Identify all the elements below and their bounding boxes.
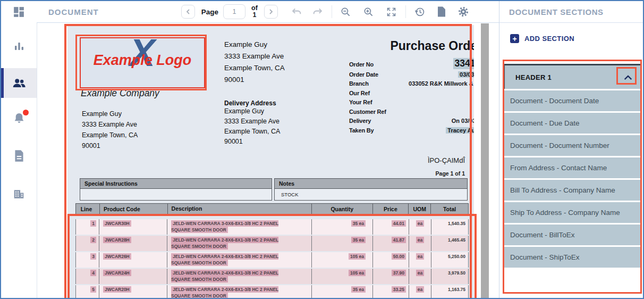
purchase-order-title: Purchase Order bbox=[280, 39, 474, 53]
organization-building-icon[interactable] bbox=[1, 187, 37, 201]
field-your-ref: Your Ref bbox=[349, 99, 474, 106]
history-icon[interactable] bbox=[413, 5, 427, 19]
fullscreen-icon[interactable] bbox=[385, 5, 399, 19]
notification-dot bbox=[23, 110, 29, 115]
section-item[interactable]: Document - BillToEx bbox=[503, 225, 641, 245]
section-item[interactable]: Document - Document Number bbox=[503, 135, 641, 156]
table-row: 2 JWCAR28H JELD-WEN CARRARA 2-8X6-8X1-3/… bbox=[75, 236, 469, 251]
table-body: 1 JWCAR30H JELD-WEN CARRARA 3-0X6-8X1-3/… bbox=[75, 219, 469, 299]
notes-box: Notes STOCK bbox=[274, 178, 468, 201]
chevron-right-icon bbox=[268, 9, 274, 15]
sections-list: HEADER 1 Document - Document Date Docume… bbox=[503, 64, 641, 268]
section-item[interactable]: Bill To Address - Company Name bbox=[503, 180, 641, 201]
document-page: X Example Logo Example Company Example G… bbox=[67, 25, 474, 299]
field-order-date: Order Date03/03/202 bbox=[349, 71, 474, 79]
dashboard-icon[interactable] bbox=[1, 5, 37, 19]
bill-to-address: Example Guy 3333 Example Ave Example Tow… bbox=[82, 109, 138, 151]
document-toolbar: DOCUMENT Page of1 bbox=[37, 1, 499, 23]
notifications-bell-icon[interactable] bbox=[1, 111, 37, 128]
company-name: Example Company bbox=[81, 88, 159, 99]
chevron-left-icon bbox=[185, 9, 191, 15]
field-order-no: Order No334145 bbox=[349, 58, 474, 69]
zoom-in-icon[interactable] bbox=[362, 5, 376, 19]
add-section-button[interactable]: + ADD SECTION bbox=[510, 34, 644, 43]
page-title: DOCUMENT bbox=[48, 7, 99, 16]
field-customer-ref: Customer Ref bbox=[349, 109, 474, 116]
app-window: DOCUMENT Page of1 bbox=[0, 0, 644, 299]
page-label: Page bbox=[201, 8, 218, 16]
vertical-scrollbar[interactable] bbox=[481, 23, 489, 299]
users-icon[interactable] bbox=[1, 76, 37, 90]
chevron-up-icon bbox=[623, 74, 633, 80]
table-row: 3 JWCAR26H JELD-WEN CARRARA 2-6X6-8X1-3/… bbox=[75, 252, 469, 268]
special-instructions-box: Special Instructions bbox=[80, 178, 272, 201]
redo-icon[interactable] bbox=[311, 5, 325, 19]
document-page-indicator: Page 1 of 1 bbox=[280, 170, 465, 177]
zoom-out-icon[interactable] bbox=[339, 5, 353, 19]
section-header[interactable]: HEADER 1 bbox=[503, 64, 641, 89]
toolbar-separator bbox=[332, 5, 332, 18]
company-logo: X Example Logo bbox=[80, 37, 205, 88]
section-item[interactable]: Ship To Address - Company Name bbox=[503, 202, 641, 223]
section-item[interactable]: From Address - Contact Name bbox=[503, 157, 641, 178]
document-viewer: X Example Logo Example Company Example G… bbox=[37, 22, 499, 299]
toolbar-separator bbox=[405, 5, 406, 18]
plus-icon: + bbox=[510, 34, 519, 43]
table-row: 1 JWCAR30H JELD-WEN CARRARA 3-0X6-8X1-3/… bbox=[75, 219, 469, 235]
document-sections-panel: DOCUMENT SECTIONS + ADD SECTION HEADER 1… bbox=[499, 1, 644, 298]
section-item[interactable]: Document - ShipToEx bbox=[503, 247, 641, 268]
left-sidebar bbox=[1, 1, 37, 298]
section-item[interactable]: Document - Document Date bbox=[503, 90, 641, 111]
page-number-input[interactable] bbox=[223, 4, 245, 19]
undo-icon[interactable] bbox=[290, 5, 303, 19]
field-our-ref: Our Ref bbox=[349, 90, 474, 97]
new-document-icon[interactable] bbox=[435, 5, 448, 19]
field-branch: Branch033052 R&K Millwork & Trim bbox=[349, 80, 474, 88]
table-row: 5 JWCAR20H JELD-WEN CARRARA 2-0X6-8X1-3/… bbox=[75, 285, 469, 299]
delivery-address-label: Delivery Address bbox=[224, 99, 276, 107]
page-count: of1 bbox=[250, 5, 259, 19]
settings-gear-icon[interactable] bbox=[456, 5, 470, 19]
delivery-address: Example Guy 3333 Example Ave Example Tow… bbox=[224, 106, 280, 147]
field-taken-by: Taken ByTracey Austin bbox=[349, 127, 474, 135]
documents-icon[interactable] bbox=[1, 149, 37, 163]
section-item[interactable]: Document - Due Date bbox=[503, 113, 641, 134]
panel-title: DOCUMENT SECTIONS bbox=[499, 1, 644, 23]
collapse-section-button[interactable] bbox=[620, 70, 637, 85]
logo-text: Example Logo bbox=[81, 52, 204, 69]
order-fields: Order No334145 Order Date03/03/202 Branc… bbox=[349, 58, 474, 136]
table-header: Line Product Code Description Quantity P… bbox=[75, 203, 469, 215]
contact-address: Example Guy 3333 Example Ave Example Tow… bbox=[224, 39, 285, 86]
next-page-button[interactable] bbox=[264, 5, 278, 19]
field-delivery: DeliveryOn 03/03/202 bbox=[349, 118, 474, 125]
bar-chart-icon[interactable] bbox=[1, 40, 37, 53]
barcode-text: ÌPO-ÇAIMdÎ bbox=[280, 156, 465, 164]
table-row: 4 JWCAR24H JELD-WEN CARRARA 2-4X6-8X1-3/… bbox=[75, 269, 469, 284]
prev-page-button[interactable] bbox=[181, 5, 195, 19]
